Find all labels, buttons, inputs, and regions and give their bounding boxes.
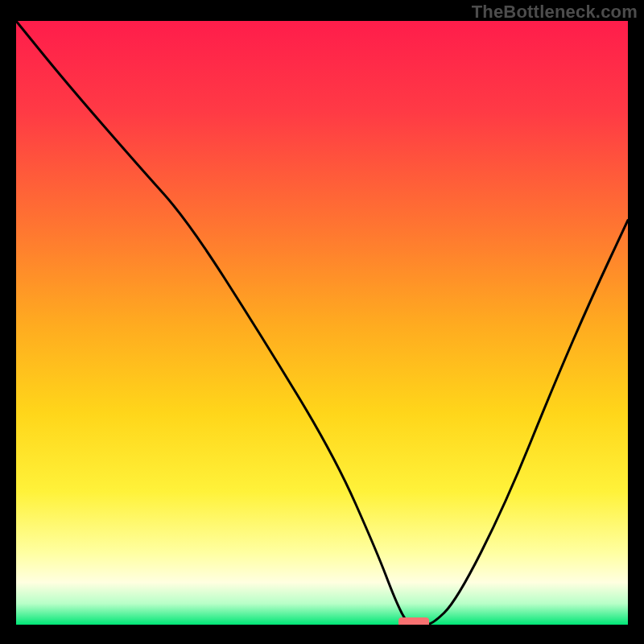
watermark-text: TheBottleneck.com	[472, 2, 638, 23]
chart-frame: TheBottleneck.com	[0, 0, 644, 644]
plot-area	[16, 21, 628, 625]
gradient-background	[16, 21, 628, 625]
chart-svg	[16, 21, 628, 625]
optimal-marker	[398, 617, 429, 625]
